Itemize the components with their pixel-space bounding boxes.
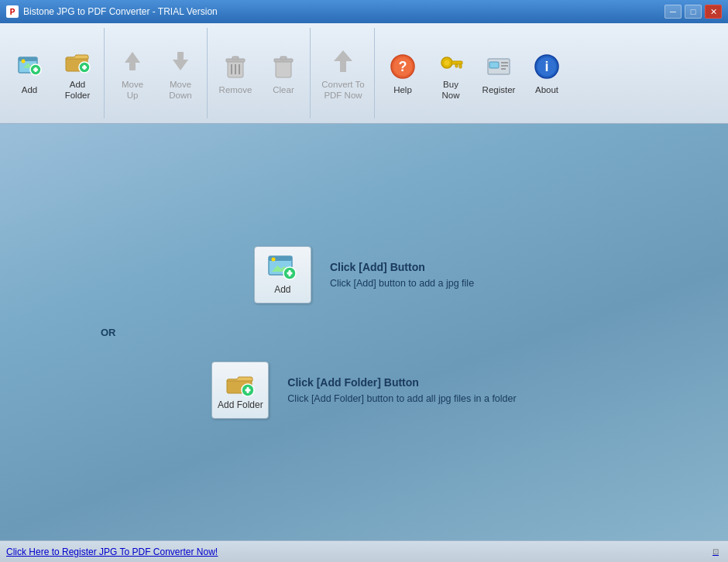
svg-rect-12: [129, 63, 136, 70]
status-bar-resize: ⊡: [709, 546, 722, 558]
svg-point-44: [271, 257, 275, 261]
remove-button[interactable]: Remove: [212, 31, 259, 116]
register-link[interactable]: Click Here to Register JPG To PDF Conver…: [6, 547, 218, 557]
about-icon: i: [531, 51, 562, 82]
add-instruction-box[interactable]: Add: [254, 246, 311, 303]
title-bar-controls: ─ □ ✕: [664, 5, 722, 19]
svg-rect-21: [276, 60, 291, 77]
move-down-button[interactable]: MoveDown: [157, 31, 204, 116]
clear-icon: [268, 51, 299, 82]
help-icon: ?: [387, 51, 418, 82]
add-button-label: Add: [22, 85, 37, 96]
move-down-button-label: MoveDown: [169, 80, 191, 101]
svg-marker-14: [173, 60, 188, 70]
maximize-button[interactable]: □: [685, 5, 702, 19]
svg-rect-13: [177, 52, 184, 60]
svg-point-3: [22, 59, 26, 63]
remove-icon: [220, 51, 251, 82]
svg-rect-1: [19, 57, 37, 61]
add-folder-instruction-row: Add Folder Click [Add Folder] Button Cli…: [211, 362, 516, 419]
minimize-button[interactable]: ─: [664, 5, 682, 19]
buy-now-button-label: BuyNow: [441, 80, 459, 101]
toolbar: Add AddFolder: [0, 23, 728, 124]
help-button[interactable]: ? Help: [379, 31, 426, 116]
svg-rect-51: [246, 389, 251, 391]
register-button[interactable]: Register: [476, 31, 522, 116]
add-instruction-title: Click [Add] Button: [330, 261, 474, 273]
about-button-label: About: [535, 85, 558, 96]
close-button[interactable]: ✕: [705, 5, 722, 19]
svg-rect-47: [287, 272, 292, 274]
add-folder-instruction-box[interactable]: Add Folder: [211, 362, 269, 419]
remove-button-label: Remove: [219, 85, 252, 96]
move-up-icon: [117, 46, 148, 77]
move-up-button[interactable]: MoveUp: [109, 31, 156, 116]
help-button-label: Help: [393, 85, 412, 96]
add-instruction-desc: Click [Add] button to add a jpg file: [330, 278, 474, 289]
svg-text:?: ?: [399, 59, 407, 74]
add-icon: [14, 51, 45, 82]
add-box-label: Add: [274, 284, 290, 295]
about-button[interactable]: i About: [524, 31, 570, 116]
toolbar-group-move: MoveUp MoveDown: [106, 28, 208, 118]
status-bar: Click Here to Register JPG To PDF Conver…: [0, 540, 728, 562]
svg-rect-31: [459, 64, 462, 68]
window-title: Bistone JPG to PDF Converter - TRIAL Ver…: [23, 6, 218, 17]
svg-rect-17: [232, 57, 239, 60]
convert-button-label: Convert ToPDF Now: [321, 80, 364, 101]
svg-marker-11: [125, 52, 140, 63]
svg-marker-24: [334, 50, 352, 72]
toolbar-group-convert: Convert ToPDF Now: [312, 28, 375, 118]
add-folder-icon: [62, 46, 93, 77]
svg-rect-32: [455, 64, 458, 67]
move-up-button-label: MoveUp: [122, 80, 143, 101]
title-bar: P Bistone JPG to PDF Converter - TRIAL V…: [0, 0, 728, 23]
buy-now-button[interactable]: BuyNow: [428, 31, 474, 116]
add-folder-instruction-text: Click [Add Folder] Button Click [Add Fol…: [287, 376, 516, 404]
add-folder-box-label: Add Folder: [218, 399, 263, 410]
main-content: Add Click [Add] Button Click [Add] butto…: [0, 124, 728, 540]
clear-button-label: Clear: [273, 85, 294, 96]
toolbar-group-info: ? Help BuyNow: [376, 28, 573, 118]
register-icon: [483, 51, 514, 82]
buy-now-icon: [435, 46, 466, 77]
clear-button[interactable]: Clear: [260, 31, 307, 116]
app-icon: P: [6, 5, 19, 18]
register-button-label: Register: [482, 85, 516, 96]
add-instruction-row: Add Click [Add] Button Click [Add] butto…: [254, 246, 474, 303]
svg-text:i: i: [544, 59, 548, 74]
add-instruction-text: Click [Add] Button Click [Add] button to…: [330, 261, 474, 289]
add-folder-instruction-desc: Click [Add Folder] button to add all jpg…: [287, 393, 516, 404]
svg-rect-6: [33, 68, 38, 70]
move-down-icon: [165, 46, 196, 77]
title-bar-left: P Bistone JPG to PDF Converter - TRIAL V…: [6, 5, 218, 18]
svg-rect-34: [489, 62, 499, 68]
svg-rect-23: [280, 57, 287, 60]
convert-icon: [328, 46, 359, 77]
convert-button[interactable]: Convert ToPDF Now: [315, 31, 371, 116]
add-folder-instruction-title: Click [Add Folder] Button: [287, 376, 516, 389]
or-separator: OR: [101, 327, 116, 338]
svg-rect-30: [452, 61, 462, 64]
svg-rect-10: [82, 66, 87, 68]
add-folder-button-label: AddFolder: [65, 80, 91, 101]
svg-point-29: [445, 60, 450, 65]
add-box-icon: [267, 255, 298, 281]
add-button[interactable]: Add: [6, 31, 53, 116]
toolbar-group-add: Add AddFolder: [3, 28, 105, 118]
add-folder-box-icon: [225, 370, 256, 396]
add-folder-button[interactable]: AddFolder: [54, 31, 101, 116]
toolbar-group-edit: Remove Clear: [209, 28, 311, 118]
